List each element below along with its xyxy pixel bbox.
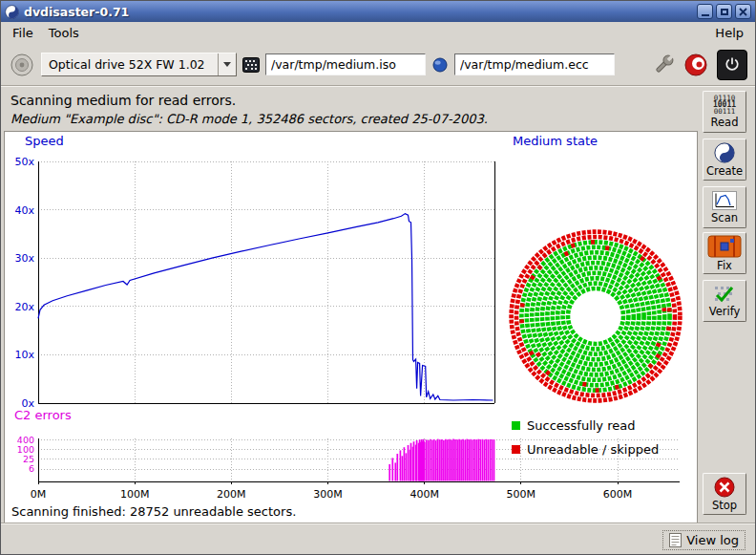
bottom-bar: View log — [1, 523, 755, 554]
stop-icon — [714, 477, 735, 498]
stop-button[interactable]: Stop — [703, 473, 746, 515]
verify-button-label: Verify — [709, 305, 741, 318]
status-area: Scanning medium for read errors. Medium … — [1, 86, 755, 128]
scan-result-status: Scanning finished: 28752 unreadable sect… — [11, 504, 296, 519]
svg-text:600M: 600M — [603, 488, 633, 501]
toolbar: Optical drive 52X FW 1.02 — [1, 44, 755, 86]
yinyang-icon — [714, 142, 735, 163]
svg-text:400M: 400M — [410, 488, 439, 501]
ecc-file-icon — [431, 56, 449, 74]
scan-button[interactable]: Scan — [703, 186, 746, 228]
log-page-icon — [669, 533, 682, 547]
preferences-wrench-icon[interactable] — [650, 52, 677, 78]
maximize-icon — [721, 9, 728, 15]
svg-text:6: 6 — [29, 463, 34, 474]
power-icon — [723, 55, 742, 75]
svg-text:30x: 30x — [14, 252, 34, 265]
create-button[interactable]: Create — [703, 139, 746, 181]
fix-button-label: Fix — [717, 259, 732, 272]
menu-file[interactable]: File — [5, 24, 41, 42]
menu-help[interactable]: Help — [707, 24, 751, 42]
legend-label: Unreadable / skipped — [527, 442, 659, 457]
app-window: dvdisaster-0.71 File Tools Help Optical … — [0, 0, 756, 555]
stop-button-label: Stop — [712, 499, 737, 512]
close-icon — [739, 8, 747, 16]
verify-check-icon — [713, 285, 736, 304]
svg-text:200M: 200M — [217, 488, 246, 501]
maximize-button[interactable] — [716, 4, 732, 19]
read-button[interactable]: 01110 10011 00111 Read — [703, 91, 746, 133]
svg-text:10x: 10x — [14, 349, 34, 361]
charts-canvas: 0x10x20x30x40x50x4001002560M100M200M300M… — [5, 132, 697, 523]
medium-state-title: Medium state — [513, 134, 598, 148]
close-button[interactable] — [735, 4, 751, 19]
view-log-label: View log — [686, 533, 739, 547]
ecc-file-input[interactable] — [454, 53, 615, 75]
app-yinyang-icon — [5, 5, 19, 19]
svg-text:100M: 100M — [120, 488, 150, 501]
image-file-icon — [242, 56, 260, 74]
legend-unreadable: Unreadable / skipped — [512, 442, 659, 457]
svg-text:500M: 500M — [507, 488, 536, 501]
verify-button[interactable]: Verify — [703, 280, 746, 322]
legend-red-swatch — [512, 445, 520, 454]
read-button-label: Read — [711, 116, 739, 129]
view-log-button[interactable]: View log — [662, 530, 746, 550]
legend-successfully-read: Successfully read — [512, 418, 635, 433]
chart-panel: 0x10x20x30x40x50x4001002560M100M200M300M… — [4, 131, 698, 523]
fix-button[interactable]: Fix — [703, 232, 746, 274]
speed-chart-title: Speed — [25, 134, 64, 148]
quit-power-button[interactable] — [717, 50, 747, 80]
scan-button-label: Scan — [711, 211, 738, 224]
create-button-label: Create — [706, 164, 743, 178]
svg-text:300M: 300M — [313, 488, 343, 501]
svg-text:50x: 50x — [14, 156, 34, 168]
svg-text:20x: 20x — [14, 301, 34, 313]
scan-chart-icon — [712, 191, 737, 210]
c2-errors-title: C2 errors — [14, 408, 72, 422]
fix-icon — [707, 235, 742, 258]
menubar: File Tools Help — [1, 22, 755, 44]
dvdisaster-logo-icon[interactable] — [682, 52, 709, 78]
drive-select[interactable]: Optical drive 52X FW 1.02 — [41, 53, 237, 76]
menu-tools[interactable]: Tools — [41, 24, 87, 42]
image-file-input[interactable] — [265, 53, 426, 75]
optical-drive-icon — [9, 52, 35, 78]
minimize-icon — [702, 14, 709, 16]
titlebar[interactable]: dvdisaster-0.71 — [1, 1, 755, 22]
medium-info: Medium "Example disc": CD-R mode 1, 3524… — [10, 110, 746, 128]
legend-label: Successfully read — [527, 418, 635, 433]
drive-select-value: Optical drive 52X FW 1.02 — [49, 57, 218, 72]
minimize-button[interactable] — [697, 4, 713, 19]
svg-text:0M: 0M — [31, 488, 47, 501]
legend-green-swatch — [512, 421, 520, 430]
window-title: dvdisaster-0.71 — [24, 5, 129, 19]
chevron-down-icon — [218, 53, 236, 75]
read-binary-icon: 01110 10011 00111 — [713, 95, 736, 115]
status-headline: Scanning medium for read errors. — [10, 92, 746, 110]
svg-text:40x: 40x — [14, 204, 34, 217]
